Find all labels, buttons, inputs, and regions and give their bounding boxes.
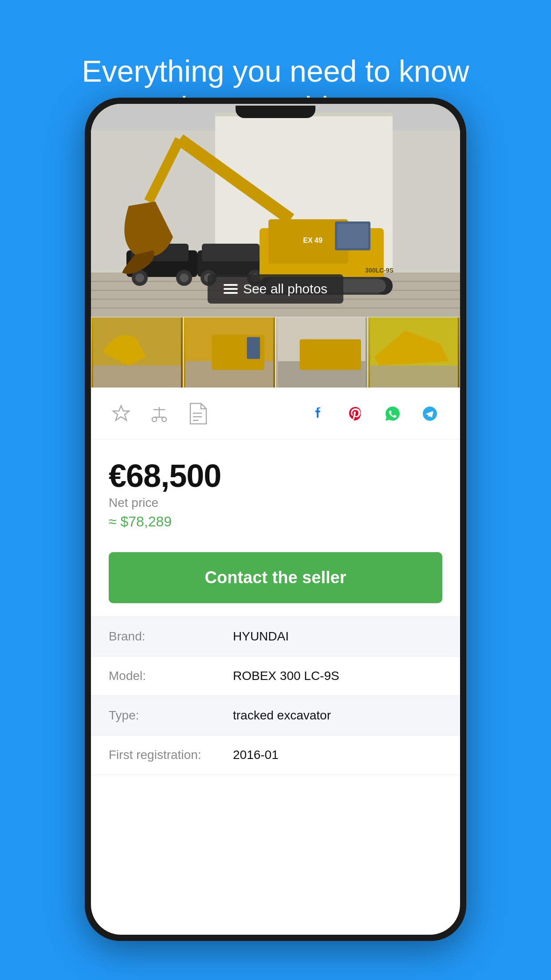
- spec-value-model: ROBEX 300 LC-9S: [233, 669, 339, 683]
- spec-label-brand: Brand:: [109, 629, 233, 644]
- spec-row-registration: First registration: 2016-01: [91, 735, 460, 775]
- svg-rect-35: [93, 366, 181, 387]
- favorite-button[interactable]: [109, 401, 134, 426]
- spec-row-model: Model: ROBEX 300 LC-9S: [91, 656, 460, 696]
- spec-value-type: tracked excavator: [233, 708, 331, 723]
- contact-seller-button[interactable]: Contact the seller: [109, 552, 442, 603]
- phone-frame: EX 49 300LC-9S: [85, 98, 466, 941]
- main-product-image[interactable]: EX 49 300LC-9S: [91, 104, 460, 317]
- pdf-button[interactable]: [185, 401, 210, 426]
- spec-row-brand: Brand: HYUNDAI: [91, 617, 460, 656]
- spec-value-registration: 2016-01: [233, 748, 279, 762]
- price-label: Net price: [109, 496, 442, 510]
- price-section: €68,500 Net price ≈ $78,289: [91, 440, 460, 539]
- svg-rect-24: [337, 224, 368, 248]
- svg-point-46: [152, 417, 157, 422]
- svg-marker-45: [113, 406, 129, 420]
- spec-value-brand: HYUNDAI: [233, 629, 289, 644]
- svg-text:300LC-9S: 300LC-9S: [365, 267, 394, 274]
- phone-screen: EX 49 300LC-9S: [91, 104, 460, 935]
- svg-rect-16: [202, 244, 260, 261]
- spec-row-type: Type: tracked excavator: [91, 696, 460, 735]
- compare-button[interactable]: [147, 401, 172, 426]
- thumbnail-4[interactable]: [368, 317, 460, 388]
- spec-label-type: Type:: [109, 708, 233, 723]
- thumbnail-strip: [91, 317, 460, 388]
- svg-rect-42: [300, 339, 361, 370]
- see-all-photos-button[interactable]: See all photos: [208, 274, 343, 304]
- svg-rect-44: [370, 366, 458, 387]
- spec-label-registration: First registration:: [109, 748, 233, 762]
- thumbnail-1[interactable]: [91, 317, 183, 388]
- spec-label-model: Model:: [109, 669, 233, 683]
- svg-rect-39: [247, 337, 260, 359]
- svg-point-14: [180, 273, 189, 282]
- telegram-share-button[interactable]: [417, 401, 442, 426]
- specs-table: Brand: HYUNDAI Model: ROBEX 300 LC-9S Ty…: [91, 616, 460, 775]
- price-main: €68,500: [109, 458, 442, 494]
- phone-mockup: EX 49 300LC-9S: [85, 98, 466, 941]
- photos-icon: [224, 283, 238, 295]
- facebook-share-button[interactable]: [306, 401, 331, 426]
- share-icons: [306, 401, 442, 426]
- phone-notch: [236, 106, 315, 118]
- price-usd: ≈ $78,289: [109, 514, 442, 530]
- actions-row: [91, 388, 460, 440]
- thumbnail-2[interactable]: [183, 317, 276, 388]
- thumbnail-3[interactable]: [276, 317, 368, 388]
- svg-point-12: [135, 273, 144, 282]
- svg-point-47: [162, 417, 166, 422]
- svg-text:EX 49: EX 49: [303, 237, 323, 244]
- whatsapp-share-button[interactable]: [380, 401, 405, 426]
- pinterest-share-button[interactable]: [343, 401, 368, 426]
